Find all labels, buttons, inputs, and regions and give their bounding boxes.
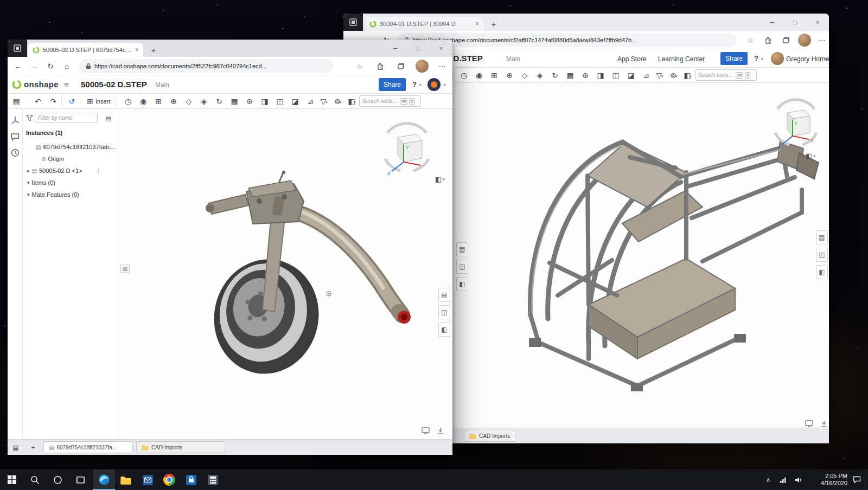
display-states-icon[interactable]: ◫ <box>273 95 286 108</box>
user-name[interactable]: Gregory Horne <box>786 55 829 63</box>
snapshot-icon[interactable]: ◷ <box>122 95 135 108</box>
browser-tab[interactable]: 50005-02 D.STEP | 6079d754c18ff21... × <box>28 43 143 57</box>
browser-tab[interactable]: 30004-01 D.STEP | 30004 D × <box>365 17 483 31</box>
browser-profile-avatar[interactable] <box>798 34 811 47</box>
collections-icon[interactable] <box>780 34 792 46</box>
parts-panel-toggle[interactable]: ◫ <box>816 248 828 262</box>
forward-icon[interactable]: → <box>27 59 41 73</box>
learning-center-link[interactable]: Learning Center <box>658 55 705 63</box>
help-button[interactable]: ? <box>412 80 417 88</box>
filter-input-box[interactable] <box>35 113 98 123</box>
bookmark-star-icon[interactable]: ☆ <box>744 34 756 46</box>
search-tools-input[interactable] <box>362 98 398 104</box>
versions-panel-toggle[interactable]: ◧ <box>438 323 450 337</box>
relations-icon[interactable]: ⊕ <box>167 95 180 108</box>
tray-chevron-icon[interactable]: ∧ <box>762 469 775 490</box>
close-button[interactable]: × <box>806 14 829 31</box>
action-center-icon[interactable] <box>850 469 864 490</box>
relations-icon[interactable]: ⊕ <box>503 69 516 82</box>
feature-panel-toggle[interactable]: ▤ <box>438 288 450 302</box>
insert-icon[interactable]: ⊞ <box>84 95 97 108</box>
close-button[interactable]: × <box>430 40 452 57</box>
configuration-panel-toggle[interactable]: ◧ <box>456 277 468 291</box>
tab-close-icon[interactable]: × <box>475 20 479 28</box>
mate-icon[interactable]: ◉ <box>473 69 486 82</box>
start-button[interactable] <box>1 469 23 490</box>
filter-input[interactable] <box>38 115 94 121</box>
update-icon[interactable]: ↺ <box>65 95 78 108</box>
render-mode-icon[interactable]: ◧ <box>681 69 694 82</box>
rotate-icon[interactable]: ↻ <box>213 95 226 108</box>
user-avatar[interactable] <box>427 78 441 91</box>
menu-hamburger-icon[interactable]: ≡ <box>64 80 69 89</box>
insert-label[interactable]: Insert <box>95 98 111 105</box>
named-views-icon[interactable]: ◨ <box>594 69 607 82</box>
mate-icon[interactable]: ◉ <box>137 95 150 108</box>
new-tab-button[interactable]: + <box>148 44 159 56</box>
snapshot-icon[interactable]: ◷ <box>457 69 470 82</box>
frame-chassis-model[interactable] <box>506 125 821 407</box>
measure-icon[interactable]: ⊿ <box>640 69 653 82</box>
share-button[interactable]: Share <box>720 52 748 65</box>
group-icon[interactable]: ⊞ <box>488 69 501 82</box>
taskbar-calculator-icon[interactable] <box>202 469 224 490</box>
list-view-icon[interactable]: ▤ <box>104 114 113 122</box>
export-icon[interactable] <box>819 419 829 428</box>
task-view-icon[interactable] <box>69 469 91 490</box>
expand-chevron-icon[interactable]: ▸ <box>27 168 30 173</box>
extensions-icon[interactable] <box>762 34 774 46</box>
comments-icon[interactable] <box>9 131 21 143</box>
graphics-viewport[interactable]: Y Z ◧ ▾ ▤ ▤ ◫ ◧ <box>118 109 452 439</box>
tree-item-mate-features[interactable]: ▾ Mate Features (0) <box>23 189 118 200</box>
tree-item-part[interactable]: ▸ ▤ 50005-02 D <1> ⋮ <box>23 165 118 176</box>
tab-manager-icon[interactable]: ▤ <box>11 443 21 453</box>
browser-menu-icon[interactable]: ⋯ <box>816 34 828 46</box>
app-store-link[interactable]: App Store <box>617 55 646 63</box>
appearance-panel-toggle[interactable]: ◫ <box>456 260 468 274</box>
home-icon[interactable]: ⌂ <box>60 59 74 73</box>
help-button[interactable]: ? <box>754 54 758 62</box>
taskbar-store-icon[interactable] <box>180 469 202 490</box>
export-icon[interactable] <box>435 426 446 435</box>
tab-cad-imports[interactable]: CAD Imports <box>136 441 225 453</box>
bookmark-star-icon[interactable]: ☆ <box>354 60 366 72</box>
redo-icon[interactable]: ↷ <box>47 95 60 108</box>
performance-icon[interactable] <box>420 426 431 435</box>
assembly-triad-icon[interactable] <box>9 114 21 126</box>
render-mode-icon[interactable]: ◧ <box>345 95 358 108</box>
selection-filter-icon[interactable]: ▽ <box>317 95 330 108</box>
tab-cad-imports[interactable]: CAD Imports <box>464 430 515 442</box>
title-bar[interactable]: 50005-02 D.STEP | 6079d754c18ff21... × +… <box>8 40 452 57</box>
browser-menu-icon[interactable]: ⋯ <box>436 60 448 72</box>
filter-funnel-icon[interactable] <box>25 114 34 122</box>
mate-connector-icon[interactable] <box>326 291 332 297</box>
extensions-icon[interactable] <box>374 60 386 72</box>
title-bar[interactable]: 30004-01 D.STEP | 30004 D × + ─ □ × <box>343 14 829 31</box>
tree-item-document[interactable]: ▤ 6079d754c18ff21037fadc... <box>23 141 118 152</box>
taskbar-file-explorer-icon[interactable] <box>115 469 137 490</box>
minimize-button[interactable]: ─ <box>384 40 407 57</box>
taskbar-chrome-icon[interactable] <box>158 469 180 490</box>
collapse-chevron-icon[interactable]: ▾ <box>27 192 30 197</box>
reload-icon[interactable]: ↻ <box>43 59 58 73</box>
performance-icon[interactable] <box>803 419 814 428</box>
instances-panel-toggle[interactable]: ▤ <box>456 242 468 256</box>
section-view-icon[interactable]: ◪ <box>289 95 302 108</box>
selection-filter-icon[interactable]: ▽ <box>653 69 666 82</box>
search-tools-box[interactable]: alt c <box>359 95 421 107</box>
wheel-assembly-model[interactable] <box>192 170 420 381</box>
feature-panel-toggle[interactable]: ▤ <box>816 230 828 244</box>
collapse-chevron-icon[interactable]: ▾ <box>27 180 30 185</box>
display-states-icon[interactable]: ◫ <box>609 69 622 82</box>
volume-icon[interactable] <box>792 469 805 490</box>
instances-list-icon[interactable]: ▤ <box>10 95 23 108</box>
taskbar-edge-icon[interactable] <box>93 469 115 490</box>
address-bar[interactable]: https://cad.onshape.com/documents/2ff522… <box>79 59 333 73</box>
appearance-icon[interactable]: ⊚ <box>331 95 344 108</box>
parts-panel-toggle[interactable]: ◫ <box>438 305 450 319</box>
versions-panel-toggle[interactable]: ◧ <box>816 265 828 279</box>
rotate-icon[interactable]: ↻ <box>548 69 561 82</box>
maximize-button[interactable]: □ <box>783 14 806 31</box>
search-icon[interactable] <box>24 469 46 490</box>
new-tab-button[interactable]: + <box>488 18 500 30</box>
